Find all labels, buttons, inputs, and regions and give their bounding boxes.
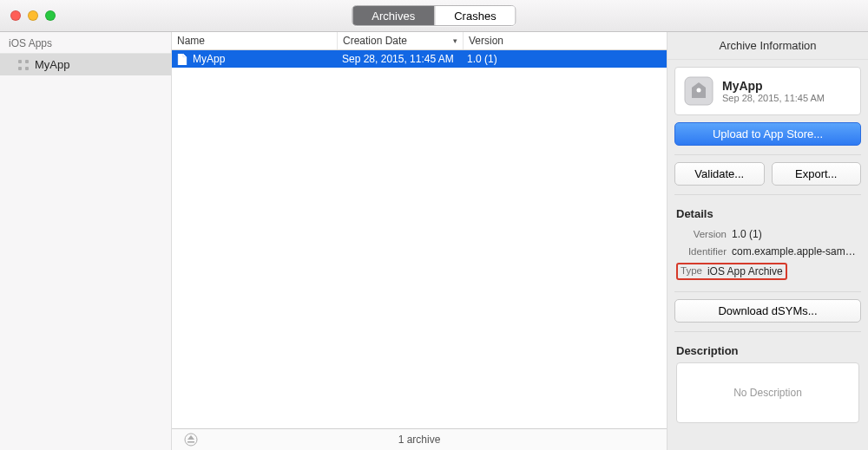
svg-rect-2 [18, 67, 22, 70]
sidebar-item-myapp[interactable]: MyApp [0, 54, 171, 75]
archive-app-icon [684, 76, 713, 106]
upload-to-app-store-button[interactable]: Upload to App Store... [674, 122, 861, 146]
archive-list-pane: Name Creation Date ▾ Version MyApp Sep 2… [172, 32, 667, 450]
archive-name: MyApp [722, 79, 825, 93]
archive-rows: MyApp Sep 28, 2015, 11:45 AM 1.0 (1) [172, 50, 667, 428]
details-list: Version 1.0 (1) Identifier com.example.a… [676, 225, 859, 283]
type-highlight: Type iOS App Archive [676, 263, 787, 280]
status-count: 1 archive [398, 434, 441, 446]
validate-button[interactable]: Validate... [674, 162, 765, 186]
app-grid-icon [17, 59, 30, 71]
tab-segmented-control: Archives Crashes [352, 5, 516, 26]
body: iOS Apps MyApp Name Creation Date ▾ Vers… [0, 32, 868, 450]
zoom-window-button[interactable] [45, 10, 56, 21]
document-icon [177, 54, 187, 65]
svg-rect-3 [25, 67, 29, 70]
detail-version: Version 1.0 (1) [676, 225, 859, 243]
divider [674, 194, 861, 195]
archive-row[interactable]: MyApp Sep 28, 2015, 11:45 AM 1.0 (1) [172, 50, 667, 68]
column-header-creation-date[interactable]: Creation Date ▾ [338, 32, 464, 49]
detail-type: Type iOS App Archive [676, 260, 859, 283]
download-dsyms-button[interactable]: Download dSYMs... [674, 299, 861, 323]
column-header-name[interactable]: Name [172, 32, 338, 49]
row-version: 1.0 (1) [462, 53, 667, 65]
divider [674, 291, 861, 292]
window-controls [0, 10, 56, 21]
column-header-version[interactable]: Version [464, 32, 667, 49]
row-date: Sep 28, 2015, 11:45 AM [337, 53, 462, 65]
archive-date: Sep 28, 2015, 11:45 AM [722, 93, 825, 103]
export-button[interactable]: Export... [772, 162, 862, 186]
column-headers: Name Creation Date ▾ Version [172, 32, 667, 50]
sidebar-section-header: iOS Apps [0, 32, 171, 54]
row-name: MyApp [193, 53, 225, 65]
status-bar: 1 archive [172, 428, 667, 450]
organizer-window: Archives Crashes iOS Apps MyApp Name Cre… [0, 0, 868, 450]
svg-rect-0 [18, 60, 22, 63]
tab-crashes[interactable]: Crashes [434, 6, 515, 25]
eject-icon[interactable] [184, 433, 198, 447]
details-heading: Details [676, 207, 859, 220]
archive-summary-card: MyApp Sep 28, 2015, 11:45 AM [674, 67, 861, 115]
sidebar-item-label: MyApp [35, 58, 69, 71]
sidebar: iOS Apps MyApp [0, 32, 172, 450]
svg-point-7 [697, 88, 701, 93]
divider [674, 154, 861, 155]
archive-info-panel: Archive Information MyApp Sep 28, 2015, … [667, 32, 868, 450]
sort-descending-icon: ▾ [453, 36, 457, 45]
titlebar: Archives Crashes [0, 0, 868, 32]
detail-identifier: Identifier com.example.apple-sam… [676, 243, 859, 260]
info-panel-title: Archive Information [667, 32, 868, 60]
svg-rect-1 [25, 60, 29, 63]
description-box[interactable]: No Description [676, 362, 859, 423]
tab-archives[interactable]: Archives [352, 6, 434, 25]
close-window-button[interactable] [10, 10, 21, 21]
svg-rect-5 [187, 441, 194, 443]
divider [674, 331, 861, 332]
minimize-window-button[interactable] [28, 10, 38, 21]
description-heading: Description [676, 344, 859, 357]
